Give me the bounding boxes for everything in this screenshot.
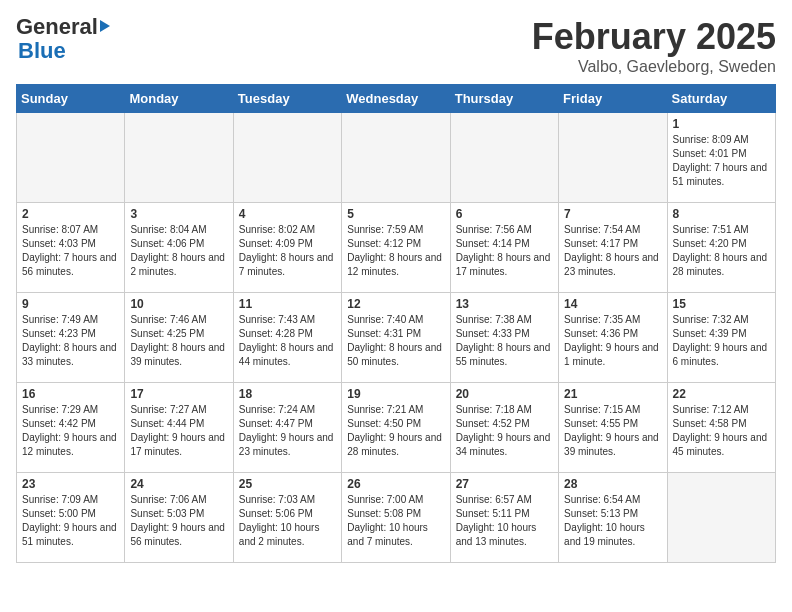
title-block: February 2025 Valbo, Gaevleborg, Sweden — [532, 16, 776, 76]
calendar-cell: 4Sunrise: 8:02 AM Sunset: 4:09 PM Daylig… — [233, 203, 341, 293]
week-row-4: 16Sunrise: 7:29 AM Sunset: 4:42 PM Dayli… — [17, 383, 776, 473]
day-info: Sunrise: 7:59 AM Sunset: 4:12 PM Dayligh… — [347, 223, 444, 279]
logo-blue: Blue — [18, 38, 66, 63]
day-info: Sunrise: 7:12 AM Sunset: 4:58 PM Dayligh… — [673, 403, 770, 459]
calendar-cell: 6Sunrise: 7:56 AM Sunset: 4:14 PM Daylig… — [450, 203, 558, 293]
day-number: 28 — [564, 477, 661, 491]
day-number: 7 — [564, 207, 661, 221]
day-info: Sunrise: 8:07 AM Sunset: 4:03 PM Dayligh… — [22, 223, 119, 279]
day-number: 18 — [239, 387, 336, 401]
calendar-cell — [17, 113, 125, 203]
day-info: Sunrise: 6:54 AM Sunset: 5:13 PM Dayligh… — [564, 493, 661, 549]
calendar-cell — [667, 473, 775, 563]
logo-general: General — [16, 16, 98, 38]
calendar-cell: 15Sunrise: 7:32 AM Sunset: 4:39 PM Dayli… — [667, 293, 775, 383]
weekday-header-thursday: Thursday — [450, 85, 558, 113]
day-info: Sunrise: 8:09 AM Sunset: 4:01 PM Dayligh… — [673, 133, 770, 189]
calendar-cell: 19Sunrise: 7:21 AM Sunset: 4:50 PM Dayli… — [342, 383, 450, 473]
calendar-cell: 18Sunrise: 7:24 AM Sunset: 4:47 PM Dayli… — [233, 383, 341, 473]
weekday-header-monday: Monday — [125, 85, 233, 113]
calendar-cell: 28Sunrise: 6:54 AM Sunset: 5:13 PM Dayli… — [559, 473, 667, 563]
weekday-header-row: SundayMondayTuesdayWednesdayThursdayFrid… — [17, 85, 776, 113]
day-number: 12 — [347, 297, 444, 311]
day-info: Sunrise: 7:56 AM Sunset: 4:14 PM Dayligh… — [456, 223, 553, 279]
logo-triangle-icon — [100, 20, 110, 32]
day-info: Sunrise: 7:51 AM Sunset: 4:20 PM Dayligh… — [673, 223, 770, 279]
day-info: Sunrise: 7:24 AM Sunset: 4:47 PM Dayligh… — [239, 403, 336, 459]
day-number: 1 — [673, 117, 770, 131]
day-number: 4 — [239, 207, 336, 221]
day-number: 15 — [673, 297, 770, 311]
day-info: Sunrise: 7:18 AM Sunset: 4:52 PM Dayligh… — [456, 403, 553, 459]
day-number: 2 — [22, 207, 119, 221]
calendar-cell: 16Sunrise: 7:29 AM Sunset: 4:42 PM Dayli… — [17, 383, 125, 473]
calendar-cell — [450, 113, 558, 203]
day-info: Sunrise: 7:35 AM Sunset: 4:36 PM Dayligh… — [564, 313, 661, 369]
calendar-cell: 24Sunrise: 7:06 AM Sunset: 5:03 PM Dayli… — [125, 473, 233, 563]
calendar-cell: 8Sunrise: 7:51 AM Sunset: 4:20 PM Daylig… — [667, 203, 775, 293]
day-number: 22 — [673, 387, 770, 401]
day-info: Sunrise: 7:49 AM Sunset: 4:23 PM Dayligh… — [22, 313, 119, 369]
calendar-cell: 26Sunrise: 7:00 AM Sunset: 5:08 PM Dayli… — [342, 473, 450, 563]
calendar-cell: 9Sunrise: 7:49 AM Sunset: 4:23 PM Daylig… — [17, 293, 125, 383]
day-number: 21 — [564, 387, 661, 401]
day-info: Sunrise: 7:29 AM Sunset: 4:42 PM Dayligh… — [22, 403, 119, 459]
day-number: 26 — [347, 477, 444, 491]
calendar-cell: 20Sunrise: 7:18 AM Sunset: 4:52 PM Dayli… — [450, 383, 558, 473]
day-info: Sunrise: 7:46 AM Sunset: 4:25 PM Dayligh… — [130, 313, 227, 369]
day-number: 16 — [22, 387, 119, 401]
calendar-cell — [233, 113, 341, 203]
day-number: 17 — [130, 387, 227, 401]
day-info: Sunrise: 7:06 AM Sunset: 5:03 PM Dayligh… — [130, 493, 227, 549]
calendar-cell: 23Sunrise: 7:09 AM Sunset: 5:00 PM Dayli… — [17, 473, 125, 563]
day-number: 3 — [130, 207, 227, 221]
day-number: 8 — [673, 207, 770, 221]
day-number: 5 — [347, 207, 444, 221]
day-number: 19 — [347, 387, 444, 401]
day-info: Sunrise: 7:03 AM Sunset: 5:06 PM Dayligh… — [239, 493, 336, 549]
calendar-cell: 7Sunrise: 7:54 AM Sunset: 4:17 PM Daylig… — [559, 203, 667, 293]
day-number: 13 — [456, 297, 553, 311]
day-info: Sunrise: 7:43 AM Sunset: 4:28 PM Dayligh… — [239, 313, 336, 369]
calendar-cell: 1Sunrise: 8:09 AM Sunset: 4:01 PM Daylig… — [667, 113, 775, 203]
weekday-header-wednesday: Wednesday — [342, 85, 450, 113]
location-subtitle: Valbo, Gaevleborg, Sweden — [532, 58, 776, 76]
day-info: Sunrise: 7:15 AM Sunset: 4:55 PM Dayligh… — [564, 403, 661, 459]
calendar-cell: 12Sunrise: 7:40 AM Sunset: 4:31 PM Dayli… — [342, 293, 450, 383]
day-number: 6 — [456, 207, 553, 221]
calendar-cell — [559, 113, 667, 203]
day-number: 23 — [22, 477, 119, 491]
day-info: Sunrise: 7:00 AM Sunset: 5:08 PM Dayligh… — [347, 493, 444, 549]
calendar-cell: 22Sunrise: 7:12 AM Sunset: 4:58 PM Dayli… — [667, 383, 775, 473]
day-number: 20 — [456, 387, 553, 401]
day-number: 24 — [130, 477, 227, 491]
day-info: Sunrise: 7:09 AM Sunset: 5:00 PM Dayligh… — [22, 493, 119, 549]
day-number: 27 — [456, 477, 553, 491]
calendar-cell: 13Sunrise: 7:38 AM Sunset: 4:33 PM Dayli… — [450, 293, 558, 383]
month-title: February 2025 — [532, 16, 776, 58]
page-header: General Blue February 2025 Valbo, Gaevle… — [16, 16, 776, 76]
weekday-header-saturday: Saturday — [667, 85, 775, 113]
calendar-cell: 17Sunrise: 7:27 AM Sunset: 4:44 PM Dayli… — [125, 383, 233, 473]
weekday-header-friday: Friday — [559, 85, 667, 113]
week-row-1: 1Sunrise: 8:09 AM Sunset: 4:01 PM Daylig… — [17, 113, 776, 203]
day-number: 14 — [564, 297, 661, 311]
week-row-3: 9Sunrise: 7:49 AM Sunset: 4:23 PM Daylig… — [17, 293, 776, 383]
day-number: 10 — [130, 297, 227, 311]
day-number: 11 — [239, 297, 336, 311]
calendar-cell: 10Sunrise: 7:46 AM Sunset: 4:25 PM Dayli… — [125, 293, 233, 383]
logo: General Blue — [16, 16, 110, 64]
day-info: Sunrise: 8:02 AM Sunset: 4:09 PM Dayligh… — [239, 223, 336, 279]
calendar-cell: 25Sunrise: 7:03 AM Sunset: 5:06 PM Dayli… — [233, 473, 341, 563]
calendar-cell — [125, 113, 233, 203]
calendar-cell: 11Sunrise: 7:43 AM Sunset: 4:28 PM Dayli… — [233, 293, 341, 383]
calendar-table: SundayMondayTuesdayWednesdayThursdayFrid… — [16, 84, 776, 563]
calendar-cell: 3Sunrise: 8:04 AM Sunset: 4:06 PM Daylig… — [125, 203, 233, 293]
weekday-header-tuesday: Tuesday — [233, 85, 341, 113]
day-info: Sunrise: 8:04 AM Sunset: 4:06 PM Dayligh… — [130, 223, 227, 279]
calendar-cell: 2Sunrise: 8:07 AM Sunset: 4:03 PM Daylig… — [17, 203, 125, 293]
day-number: 25 — [239, 477, 336, 491]
calendar-cell: 5Sunrise: 7:59 AM Sunset: 4:12 PM Daylig… — [342, 203, 450, 293]
calendar-cell — [342, 113, 450, 203]
calendar-cell: 21Sunrise: 7:15 AM Sunset: 4:55 PM Dayli… — [559, 383, 667, 473]
